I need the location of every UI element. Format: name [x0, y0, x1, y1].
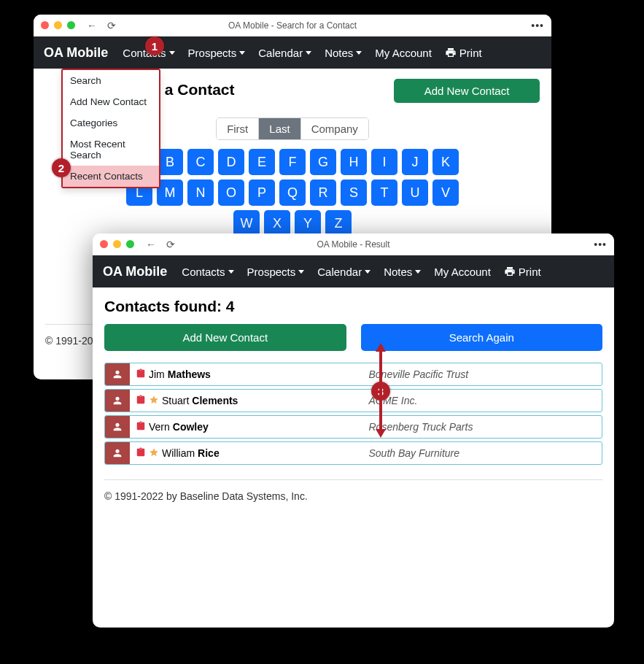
alpha-d[interactable]: D [218, 149, 244, 175]
zoom-dot[interactable] [126, 240, 134, 248]
alpha-e[interactable]: E [249, 149, 275, 175]
brand[interactable]: OA Mobile [103, 264, 167, 279]
print-icon [504, 266, 516, 277]
nav-calendar[interactable]: Calendar [313, 263, 375, 281]
alpha-u[interactable]: U [402, 179, 428, 206]
alpha-c[interactable]: C [187, 149, 214, 175]
add-contact-button[interactable]: Add New Contact [394, 79, 540, 103]
alpha-x[interactable]: X [264, 210, 290, 236]
contact-row[interactable]: Jim MathewsBoneville Pacific Trust [104, 363, 602, 386]
alpha-n[interactable]: N [187, 179, 214, 206]
alpha-b[interactable]: B [157, 149, 183, 175]
contact-company: Rosenberg Truck Parts [369, 416, 602, 438]
contact-row[interactable]: Stuart ClementsACME Inc. [104, 389, 602, 412]
window-result: ← ⟳ OA Mobile - Result ••• OA Mobile Con… [93, 233, 614, 628]
segment-control: First Last Company [216, 117, 369, 140]
search-again-button[interactable]: Search Again [361, 324, 603, 351]
segment-company[interactable]: Company [301, 118, 368, 139]
alpha-w[interactable]: W [233, 210, 260, 236]
contact-row[interactable]: William RiceSouth Bay Furniture [104, 441, 602, 465]
clipboard-icon [136, 421, 146, 433]
alpha-v[interactable]: V [432, 179, 459, 206]
alpha-p[interactable]: P [249, 179, 275, 206]
contact-company: Boneville Pacific Trust [369, 363, 602, 385]
dropdown-search[interactable]: Search [63, 70, 159, 91]
dropdown-add-contact[interactable]: Add New Contact [63, 91, 159, 112]
segment-first[interactable]: First [217, 118, 259, 139]
contacts-dropdown: Search Add New Contact Categories Most R… [61, 69, 160, 188]
navbar: OA Mobile Contacts Prospects Calendar No… [34, 36, 551, 69]
alpha-m[interactable]: M [157, 179, 183, 206]
alpha-i[interactable]: I [371, 149, 397, 175]
alpha-k[interactable]: K [432, 149, 459, 175]
alpha-t[interactable]: T [371, 179, 397, 206]
nav-account[interactable]: My Account [430, 263, 495, 281]
results-heading: Contacts found: 4 [104, 298, 602, 315]
nav-calendar[interactable]: Calendar [254, 44, 316, 62]
contact-name: William Rice [130, 442, 369, 464]
contact-company: South Bay Furniture [369, 442, 602, 464]
copyright: © 1991-2022 by Baseline Data Systems, In… [104, 479, 602, 502]
contact-name: Jim Mathews [130, 363, 369, 385]
svg-marker-2 [376, 429, 386, 438]
close-dot[interactable] [41, 21, 49, 29]
alpha-y[interactable]: Y [295, 210, 321, 236]
chevron-down-icon [356, 51, 362, 55]
alpha-o[interactable]: O [218, 179, 244, 206]
nav-notes[interactable]: Notes [379, 263, 425, 281]
nav-print[interactable]: Print [500, 263, 546, 281]
callout-2: 2 [52, 158, 71, 177]
chevron-down-icon [298, 270, 304, 274]
minimize-dot[interactable] [113, 240, 121, 248]
brand[interactable]: OA Mobile [44, 45, 108, 61]
window-controls [100, 240, 134, 248]
nav-prospects[interactable]: Prospects [243, 263, 309, 281]
alpha-f[interactable]: F [279, 149, 306, 175]
clipboard-icon [136, 447, 146, 460]
back-icon[interactable]: ← [87, 20, 97, 31]
back-icon[interactable]: ← [146, 239, 156, 250]
contact-name: Stuart Clements [130, 390, 369, 412]
navbar: OA Mobile Contacts Prospects Calendar No… [93, 255, 614, 287]
alpha-s[interactable]: S [341, 179, 367, 206]
star-icon [149, 395, 159, 407]
add-contact-button[interactable]: Add New Contact [104, 324, 346, 351]
contact-company: ACME Inc. [369, 390, 602, 412]
star-icon [149, 447, 159, 460]
nav-account[interactable]: My Account [371, 44, 436, 62]
titlebar: ← ⟳ OA Mobile - Search for a Contact ••• [34, 15, 551, 36]
alpha-h[interactable]: H [341, 149, 367, 175]
chevron-down-icon [306, 51, 311, 55]
segment-last[interactable]: Last [259, 118, 300, 139]
nav-contacts[interactable]: Contacts [177, 263, 238, 281]
zoom-dot[interactable] [67, 21, 75, 29]
clipboard-icon [136, 395, 146, 407]
window-controls [41, 21, 75, 29]
alpha-z[interactable]: Z [325, 210, 352, 236]
svg-marker-1 [376, 343, 386, 352]
nav-notes[interactable]: Notes [320, 44, 366, 62]
person-icon [105, 442, 130, 464]
reload-icon[interactable]: ⟳ [166, 239, 175, 250]
chevron-down-icon [365, 270, 371, 274]
more-icon[interactable]: ••• [594, 239, 607, 250]
nav-print[interactable]: Print [441, 44, 486, 62]
nav-prospects[interactable]: Prospects [184, 44, 250, 62]
close-dot[interactable] [100, 240, 108, 248]
callout-1: 1 [145, 36, 164, 55]
chevron-down-icon [169, 51, 175, 55]
reload-icon[interactable]: ⟳ [107, 20, 116, 31]
alpha-r[interactable]: R [310, 179, 336, 206]
alpha-j[interactable]: J [402, 149, 428, 175]
dropdown-categories[interactable]: Categories [63, 112, 159, 134]
more-icon[interactable]: ••• [531, 20, 544, 31]
alpha-g[interactable]: G [310, 149, 336, 175]
contact-name: Vern Cowley [130, 416, 369, 438]
contact-row[interactable]: Vern CowleyRosenberg Truck Parts [104, 415, 602, 439]
alpha-q[interactable]: Q [279, 179, 306, 206]
dropdown-recent-contacts[interactable]: Recent Contacts [63, 166, 159, 187]
dropdown-most-recent-search[interactable]: Most Recent Search [63, 134, 159, 166]
person-icon [105, 363, 130, 385]
results-list: Jim MathewsBoneville Pacific TrustStuart… [104, 363, 602, 465]
minimize-dot[interactable] [54, 21, 62, 29]
